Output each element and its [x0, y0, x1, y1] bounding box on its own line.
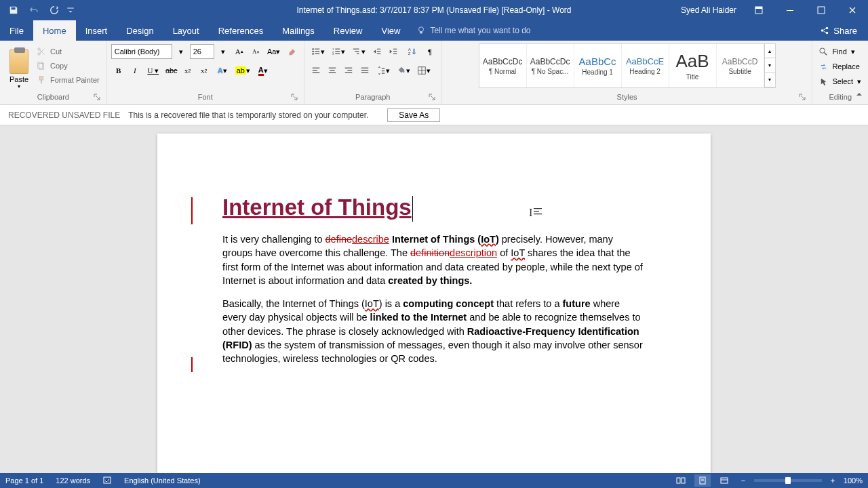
svg-rect-37	[329, 73, 336, 73]
multilevel-list-button[interactable]: ▾	[349, 44, 368, 59]
document-area[interactable]: I Internet of Things It is very challeng…	[0, 125, 868, 473]
svg-rect-49	[534, 208, 542, 209]
zoom-in-button[interactable]: +	[827, 476, 838, 485]
cut-button[interactable]: Cut	[34, 45, 102, 58]
tab-home[interactable]: Home	[33, 20, 76, 41]
page[interactable]: I Internet of Things It is very challeng…	[157, 134, 711, 473]
print-layout-icon[interactable]	[694, 474, 711, 487]
style-title[interactable]: AaBTitle	[669, 44, 717, 87]
save-as-button[interactable]: Save As	[387, 108, 440, 122]
web-layout-icon[interactable]	[716, 474, 732, 487]
doc-paragraph-2[interactable]: Basically, the Internet of Things (IoT) …	[222, 297, 646, 365]
format-painter-button[interactable]: Format Painter	[34, 73, 102, 87]
borders-button[interactable]: ▾	[414, 63, 433, 78]
copy-button[interactable]: Copy	[34, 59, 102, 73]
align-left-button[interactable]	[309, 63, 323, 78]
tab-insert[interactable]: Insert	[76, 20, 117, 41]
doc-paragraph-1[interactable]: It is very challenging to definedescribe…	[222, 232, 646, 287]
undo-icon[interactable]	[26, 2, 42, 18]
editing-group-label: Editing	[829, 93, 852, 101]
grow-font-button[interactable]: A▴	[232, 44, 247, 59]
font-name-dropdown-icon[interactable]: ▾	[174, 44, 189, 59]
superscript-button[interactable]: x2	[197, 63, 212, 78]
style-heading-2[interactable]: AaBbCcEHeading 2	[622, 44, 669, 87]
highlight-button[interactable]: ab▾	[233, 63, 252, 78]
font-dialog-launcher-icon[interactable]	[290, 94, 298, 102]
revision-bar[interactable]	[191, 357, 193, 372]
paste-button[interactable]: Paste ▾	[4, 43, 34, 91]
scissors-icon	[37, 47, 46, 56]
svg-rect-34	[313, 73, 320, 73]
ribbon-display-options-icon[interactable]	[743, 0, 774, 20]
tell-me-search[interactable]: Tell me what you want to do	[410, 20, 537, 41]
tab-review[interactable]: Review	[324, 20, 372, 41]
status-bar: Page 1 of 1 122 words English (United St…	[0, 473, 868, 488]
tab-references[interactable]: References	[209, 20, 273, 41]
italic-button[interactable]: I	[127, 63, 142, 78]
zoom-level[interactable]: 100%	[844, 476, 863, 485]
clipboard-dialog-launcher-icon[interactable]	[93, 94, 101, 102]
text-effects-button[interactable]: A▾	[213, 63, 232, 78]
maximize-icon[interactable]	[806, 0, 837, 20]
style-normal[interactable]: AaBbCcDc¶ Normal	[479, 44, 527, 87]
read-mode-icon[interactable]	[673, 474, 689, 487]
tab-view[interactable]: View	[372, 20, 410, 41]
language-indicator[interactable]: English (United States)	[124, 476, 201, 485]
change-case-button[interactable]: Aa▾	[264, 44, 283, 59]
line-spacing-button[interactable]: ▾	[374, 63, 393, 78]
style-subtitle[interactable]: AaBbCcDSubtitle	[717, 44, 764, 87]
numbering-button[interactable]: 123▾	[329, 44, 348, 59]
select-button[interactable]: Select ▾	[816, 75, 864, 88]
save-icon[interactable]	[5, 2, 22, 18]
word-count[interactable]: 122 words	[56, 476, 90, 485]
minimize-icon[interactable]	[774, 0, 806, 20]
underline-button[interactable]: U ▾	[144, 63, 163, 78]
share-button[interactable]: Share	[809, 20, 868, 41]
tab-mailings[interactable]: Mailings	[273, 20, 324, 41]
styles-dialog-launcher-icon[interactable]	[798, 94, 806, 102]
page-indicator[interactable]: Page 1 of 1	[5, 476, 43, 485]
tell-me-placeholder: Tell me what you want to do	[430, 26, 530, 35]
subscript-button[interactable]: x2	[180, 63, 195, 78]
proofing-icon[interactable]	[102, 475, 112, 486]
find-button[interactable]: Find ▾	[816, 45, 864, 58]
style-no-spacing[interactable]: AaBbCcDc¶ No Spac...	[527, 44, 574, 87]
font-size-dropdown-icon[interactable]: ▾	[216, 44, 231, 59]
replace-button[interactable]: Replace	[816, 60, 864, 73]
style-heading-1[interactable]: AaBbCcHeading 1	[574, 44, 622, 87]
svg-rect-38	[345, 68, 353, 68]
svg-rect-26	[335, 54, 340, 54]
group-font: Calibri (Body) ▾ 26 ▾ A▴ A▾ Aa▾ B I U ▾ …	[107, 41, 304, 104]
svg-rect-18	[315, 51, 319, 52]
paragraph-dialog-launcher-icon[interactable]	[428, 94, 436, 102]
font-name-combo[interactable]: Calibri (Body)	[111, 44, 172, 59]
redo-icon[interactable]	[46, 2, 62, 18]
align-right-button[interactable]	[341, 63, 356, 78]
align-center-button[interactable]	[325, 63, 340, 78]
tab-design[interactable]: Design	[117, 20, 163, 41]
styles-scroll[interactable]: ▴▾▾	[764, 44, 775, 87]
qat-customize-icon[interactable]	[66, 2, 75, 18]
tab-layout[interactable]: Layout	[163, 20, 209, 41]
font-color-button[interactable]: A▾	[254, 63, 273, 78]
increase-indent-button[interactable]	[386, 44, 401, 59]
zoom-slider[interactable]	[754, 479, 822, 482]
bold-button[interactable]: B	[111, 63, 126, 78]
revision-bar[interactable]	[191, 197, 193, 224]
bullets-button[interactable]: ▾	[309, 44, 328, 59]
close-icon[interactable]	[837, 0, 868, 20]
clear-formatting-button[interactable]	[285, 44, 300, 59]
collapse-ribbon-icon[interactable]	[854, 89, 864, 102]
sort-button[interactable]: AZ	[402, 44, 421, 59]
zoom-out-button[interactable]: −	[738, 476, 749, 485]
user-name[interactable]: Syed Ali Haider	[681, 5, 736, 15]
font-size-combo[interactable]: 26	[190, 44, 214, 59]
justify-button[interactable]	[357, 63, 372, 78]
shading-button[interactable]: ▾	[394, 63, 413, 78]
tab-file[interactable]: File	[0, 20, 33, 41]
strikethrough-button[interactable]: abc	[164, 63, 179, 78]
doc-heading[interactable]: Internet of Things	[222, 195, 412, 220]
decrease-indent-button[interactable]	[370, 44, 384, 59]
shrink-font-button[interactable]: A▾	[248, 44, 263, 59]
show-hide-button[interactable]: ¶	[422, 44, 437, 59]
